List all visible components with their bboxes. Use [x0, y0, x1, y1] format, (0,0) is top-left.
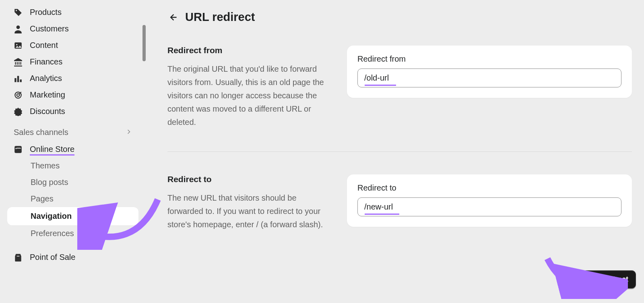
- nav-item-label: Online Store: [30, 145, 74, 154]
- nav-item-analytics[interactable]: Analytics: [0, 70, 146, 87]
- tag-icon: [14, 8, 23, 17]
- sub-item-label: Blog posts: [31, 178, 68, 187]
- sub-item-pages[interactable]: Pages: [0, 191, 146, 207]
- annotation-underline: [365, 85, 396, 86]
- nav-item-online-store[interactable]: Online Store: [0, 141, 146, 158]
- annotation-underline: [365, 214, 399, 215]
- badge-icon: [14, 107, 23, 116]
- nav-item-label: Finances: [30, 57, 62, 66]
- sub-item-preferences[interactable]: Preferences: [0, 225, 146, 242]
- person-icon: [14, 25, 23, 33]
- nav-item-content[interactable]: Content: [0, 37, 146, 54]
- section-help-text: The new URL that visitors should be forw…: [167, 191, 328, 231]
- svg-rect-8: [14, 146, 22, 153]
- sales-channels-heading[interactable]: Sales channels: [0, 120, 146, 141]
- svg-point-0: [17, 25, 20, 29]
- store-icon: [14, 145, 23, 154]
- nav-item-marketing[interactable]: Marketing: [0, 87, 146, 103]
- sub-item-themes[interactable]: Themes: [0, 158, 146, 174]
- redirect-to-section: Redirect to The new URL that visitors sh…: [167, 174, 632, 254]
- nav-item-label: Content: [30, 41, 58, 50]
- section-help-text: The original URL that you'd like to forw…: [167, 62, 328, 129]
- nav-item-label: Products: [30, 8, 62, 17]
- svg-rect-3: [14, 78, 16, 82]
- scrollbar[interactable]: [142, 25, 146, 61]
- pos-icon: [14, 253, 23, 262]
- redirect-from-input[interactable]: [357, 68, 621, 87]
- svg-rect-5: [20, 79, 21, 82]
- svg-rect-4: [17, 76, 19, 82]
- bank-icon: [14, 58, 23, 66]
- redirect-from-label: Redirect from: [357, 54, 621, 64]
- sub-item-label: Preferences: [31, 229, 74, 238]
- bars-icon: [14, 74, 23, 83]
- nav-item-pos[interactable]: Point of Sale: [0, 249, 146, 266]
- target-icon: [14, 91, 23, 100]
- sub-item-blog-posts[interactable]: Blog posts: [0, 174, 146, 191]
- chevron-right-icon: [126, 129, 132, 137]
- back-button[interactable]: [167, 12, 178, 23]
- section-heading: Redirect to: [167, 174, 328, 184]
- sidebar: Products Customers Content Finances Anal…: [0, 0, 146, 303]
- sub-item-navigation[interactable]: Navigation: [7, 207, 138, 225]
- save-redirect-button[interactable]: Save redirect: [575, 270, 636, 288]
- sub-item-label: Navigation: [31, 212, 72, 221]
- nav-item-finances[interactable]: Finances: [0, 54, 146, 70]
- nav-item-label: Customers: [30, 24, 69, 33]
- nav-item-products[interactable]: Products: [0, 4, 146, 21]
- nav-item-label: Point of Sale: [30, 253, 75, 262]
- nav-item-label: Marketing: [30, 90, 65, 100]
- nav-item-label: Discounts: [30, 107, 65, 116]
- image-icon: [14, 41, 23, 50]
- section-label: Sales channels: [14, 128, 68, 137]
- section-heading: Redirect from: [167, 46, 328, 55]
- redirect-to-card: Redirect to: [347, 174, 632, 227]
- redirect-from-section: Redirect from The original URL that you'…: [167, 46, 632, 152]
- sub-item-label: Themes: [31, 161, 60, 170]
- section-description: Redirect to The new URL that visitors sh…: [167, 174, 328, 231]
- svg-point-2: [16, 44, 17, 45]
- page-title: URL redirect: [185, 10, 255, 24]
- nav-item-label: Analytics: [30, 74, 62, 83]
- redirect-to-label: Redirect to: [357, 183, 621, 193]
- nav-item-discounts[interactable]: Discounts: [0, 103, 146, 120]
- page-header: URL redirect: [167, 10, 632, 24]
- main-content: URL redirect Redirect from The original …: [146, 0, 644, 303]
- redirect-from-card: Redirect from: [347, 46, 632, 98]
- section-description: Redirect from The original URL that you'…: [167, 46, 328, 129]
- nav-item-customers[interactable]: Customers: [0, 21, 146, 37]
- sub-item-label: Pages: [31, 194, 54, 203]
